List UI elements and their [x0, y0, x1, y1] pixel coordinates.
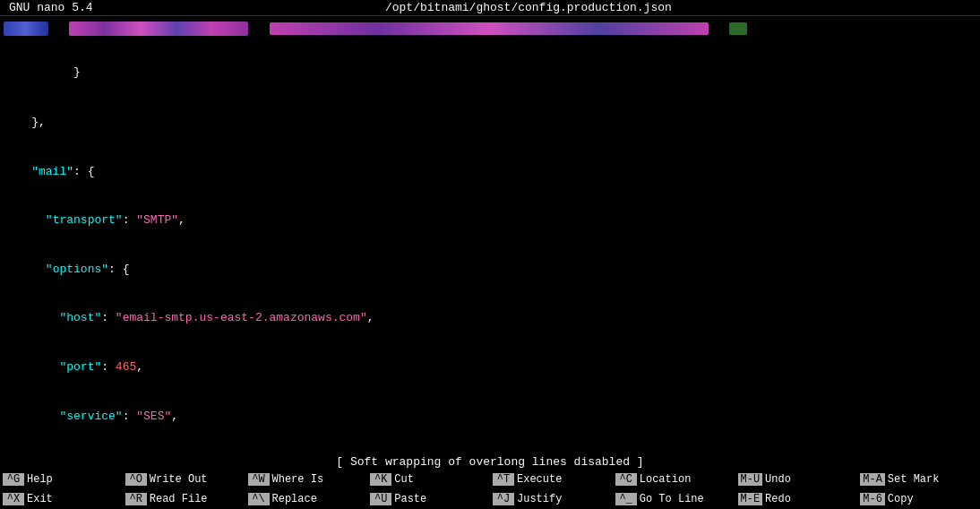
- line-mail: "mail": {: [4, 148, 976, 197]
- top-blurred-content: } }, "server": {: [4, 18, 976, 99]
- line-options: "options": {: [4, 246, 976, 295]
- shortcut-key-justify: ^J: [493, 493, 514, 505]
- shortcut-set-mark[interactable]: M-A Set Mark: [857, 470, 980, 489]
- shortcut-key-paste: ^U: [370, 493, 391, 505]
- shortcut-key-help: ^G: [3, 473, 24, 486]
- shortcut-label-execute: Execute: [517, 473, 562, 486]
- shortcut-label-write-out: Write Out: [150, 473, 208, 486]
- shortcut-justify[interactable]: ^J Justify: [490, 489, 613, 509]
- shortcut-label-set-mark: Set Mark: [888, 473, 940, 486]
- shortcut-label-copy: Copy: [888, 493, 914, 505]
- shortcut-where-is[interactable]: ^W Where Is: [245, 470, 368, 489]
- shortcut-label-undo: Undo: [765, 473, 791, 486]
- editor-area[interactable]: } }, "server": { }, "mail": { "transport…: [0, 16, 980, 454]
- shortcut-key-location: ^C: [615, 473, 637, 486]
- shortcut-key-write-out: ^O: [125, 473, 147, 486]
- shortcut-key-set-mark: M-A: [860, 473, 885, 486]
- shortcut-location[interactable]: ^C Location: [613, 470, 735, 489]
- title-bar: GNU nano 5.4 /opt/bitnami/ghost/config.p…: [0, 0, 980, 16]
- shortcut-label-redo: Redo: [765, 493, 791, 505]
- line-closing-brace-2: },: [4, 99, 976, 148]
- line-service: "service": "SES",: [4, 392, 976, 441]
- shortcut-cut[interactable]: ^K Cut: [367, 470, 490, 489]
- shortcut-label-where-is: Where Is: [272, 473, 324, 486]
- shortcut-key-exit: ^X: [3, 493, 24, 505]
- shortcut-redo[interactable]: M-E Redo: [735, 489, 858, 509]
- shortcut-key-undo: M-U: [738, 473, 763, 486]
- shortcut-key-redo: M-E: [738, 493, 763, 505]
- shortcut-key-copy: M-6: [860, 493, 885, 505]
- shortcut-label-go-to-line: Go To Line: [640, 493, 704, 505]
- file-path: /opt/bitnami/ghost/config.production.jso…: [385, 1, 672, 14]
- shortcut-write-out[interactable]: ^O Write Out: [123, 470, 245, 489]
- shortcut-row-1: ^G Help ^O Write Out ^W Where Is ^K Cut …: [0, 470, 980, 489]
- shortcut-key-where-is: ^W: [248, 473, 270, 486]
- line-port: "port": 465,: [4, 343, 976, 393]
- shortcut-label-paste: Paste: [394, 493, 426, 505]
- shortcut-label-location: Location: [640, 473, 692, 486]
- shortcut-execute[interactable]: ^T Execute: [490, 470, 613, 489]
- shortcut-go-to-line[interactable]: ^_ Go To Line: [613, 489, 735, 509]
- shortcut-key-replace: ^\: [248, 493, 270, 505]
- shortcut-label-help: Help: [27, 473, 53, 486]
- shortcut-undo[interactable]: M-U Undo: [735, 470, 858, 489]
- shortcut-label-replace: Replace: [272, 493, 317, 505]
- shortcut-key-go-to-line: ^_: [615, 493, 637, 505]
- shortcut-bar: ^G Help ^O Write Out ^W Where Is ^K Cut …: [0, 470, 980, 509]
- shortcut-help[interactable]: ^G Help: [0, 470, 123, 489]
- shortcut-row-2: ^X Exit ^R Read File ^\ Replace ^U Paste…: [0, 489, 980, 509]
- shortcut-label-read-file: Read File: [150, 493, 208, 505]
- shortcut-read-file[interactable]: ^R Read File: [123, 489, 245, 509]
- shortcut-label-cut: Cut: [394, 473, 414, 486]
- shortcut-key-cut: ^K: [370, 473, 391, 486]
- shortcut-paste[interactable]: ^U Paste: [367, 489, 490, 509]
- shortcut-exit[interactable]: ^X Exit: [0, 489, 123, 509]
- shortcut-key-read-file: ^R: [125, 493, 147, 505]
- shortcut-label-exit: Exit: [27, 493, 53, 505]
- shortcut-label-justify: Justify: [517, 493, 562, 505]
- line-host: "host": "email-smtp.us-east-2.amazonaws.…: [4, 294, 976, 343]
- title-right: [964, 1, 971, 14]
- line-transport: "transport": "SMTP",: [4, 196, 976, 246]
- shortcut-copy[interactable]: M-6 Copy: [857, 489, 980, 509]
- line-auth: "auth": {: [4, 441, 976, 454]
- shortcut-replace[interactable]: ^\ Replace: [245, 489, 368, 509]
- shortcut-key-execute: ^T: [493, 473, 514, 486]
- status-message: [ Soft wrapping of overlong lines disabl…: [0, 454, 980, 470]
- nano-version: GNU nano 5.4: [9, 1, 93, 14]
